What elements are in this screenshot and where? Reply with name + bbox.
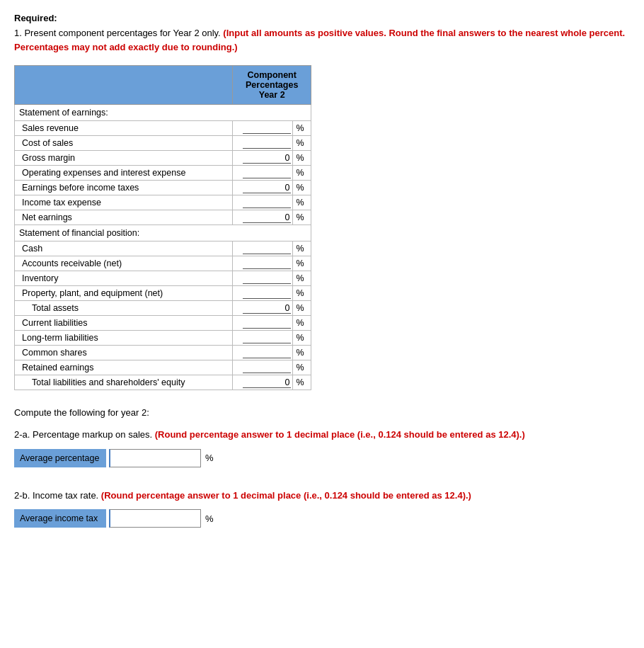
row-input-cell-long-term-liabilities[interactable] xyxy=(233,331,293,346)
row-input-cost-of-sales[interactable] xyxy=(243,138,291,149)
row-label-common-shares: Common shares xyxy=(15,346,233,360)
row-input-cell-accounts-receivable[interactable] xyxy=(233,256,293,271)
instruction-line1: 1. Present component percentages for Yea… xyxy=(14,28,221,38)
row-label-sales-revenue: Sales revenue xyxy=(15,121,233,136)
table-header-component: ComponentPercentagesYear 2 xyxy=(233,66,311,105)
row-pct-long-term-liabilities: % xyxy=(293,331,311,346)
table-row-section-earnings: Statement of earnings: xyxy=(15,105,311,121)
row-label-long-term-liabilities: Long-term liabilities xyxy=(15,331,233,346)
required-label: Required: xyxy=(14,13,630,23)
table-row-income-tax-expense[interactable]: Income tax expense% xyxy=(15,195,311,210)
answer-input-2a[interactable] xyxy=(109,449,201,467)
row-input-cell-inventory[interactable] xyxy=(233,271,293,286)
row-input-long-term-liabilities[interactable] xyxy=(243,333,291,343)
row-pct-total-liabilities-equity: % xyxy=(293,375,311,390)
component-table: ComponentPercentagesYear 2 Statement of … xyxy=(14,65,311,390)
row-input-cell-total-liabilities-equity[interactable] xyxy=(233,375,293,390)
answer-pct-2a: % xyxy=(205,453,214,463)
row-input-operating-expenses[interactable] xyxy=(243,168,291,178)
question-emphasis-2a: (Round percentage answer to 1 decimal pl… xyxy=(155,429,525,440)
table-row-total-assets[interactable]: Total assets% xyxy=(15,301,311,316)
question-block-2a: 2-a. Percentage markup on sales. (Round … xyxy=(14,428,630,467)
row-pct-ppe: % xyxy=(293,286,311,301)
row-label-net-earnings: Net earnings xyxy=(15,210,233,225)
row-input-cell-net-earnings[interactable] xyxy=(233,210,293,225)
question-text-2b: 2-b. Income tax rate. xyxy=(14,490,98,501)
row-pct-cost-of-sales: % xyxy=(293,136,311,151)
row-label-cost-of-sales: Cost of sales xyxy=(15,136,233,151)
table-row-current-liabilities[interactable]: Current liabilities% xyxy=(15,316,311,331)
instruction-text: 1. Present component percentages for Yea… xyxy=(14,26,630,54)
row-input-cell-common-shares[interactable] xyxy=(233,346,293,360)
row-pct-earnings-before-taxes: % xyxy=(293,181,311,195)
table-row-total-liabilities-equity[interactable]: Total liabilities and shareholders' equi… xyxy=(15,375,311,390)
table-row-earnings-before-taxes[interactable]: Earnings before income taxes% xyxy=(15,181,311,195)
table-row-net-earnings[interactable]: Net earnings% xyxy=(15,210,311,225)
row-input-cell-cash[interactable] xyxy=(233,241,293,256)
row-label-gross-margin: Gross margin xyxy=(15,151,233,166)
table-row-ppe[interactable]: Property, plant, and equipment (net)% xyxy=(15,286,311,301)
row-input-net-earnings[interactable] xyxy=(243,212,291,223)
table-row-common-shares[interactable]: Common shares% xyxy=(15,346,311,360)
row-input-cell-cost-of-sales[interactable] xyxy=(233,136,293,151)
section-label-section-financial: Statement of financial position: xyxy=(15,225,311,241)
row-input-cell-total-assets[interactable] xyxy=(233,301,293,316)
row-label-retained-earnings: Retained earnings xyxy=(15,360,233,375)
compute-section: Compute the following for year 2: xyxy=(14,407,630,418)
table-row-cost-of-sales[interactable]: Cost of sales% xyxy=(15,136,311,151)
question-emphasis-2b: (Round percentage answer to 1 decimal pl… xyxy=(101,490,471,501)
row-input-cell-operating-expenses[interactable] xyxy=(233,166,293,181)
answer-row-2b: Average income tax% xyxy=(14,509,630,528)
row-label-current-liabilities: Current liabilities xyxy=(15,316,233,331)
row-input-sales-revenue[interactable] xyxy=(243,123,291,134)
table-row-cash[interactable]: Cash% xyxy=(15,241,311,256)
row-input-cell-current-liabilities[interactable] xyxy=(233,316,293,331)
answer-row-2a: Average percentage% xyxy=(14,449,630,467)
row-input-earnings-before-taxes[interactable] xyxy=(243,183,291,193)
row-label-cash: Cash xyxy=(15,241,233,256)
row-pct-net-earnings: % xyxy=(293,210,311,225)
table-row-inventory[interactable]: Inventory% xyxy=(15,271,311,286)
answer-label-2a: Average percentage xyxy=(14,449,106,467)
row-input-retained-earnings[interactable] xyxy=(243,363,291,373)
row-label-ppe: Property, plant, and equipment (net) xyxy=(15,286,233,301)
row-pct-operating-expenses: % xyxy=(293,166,311,181)
row-input-current-liabilities[interactable] xyxy=(243,318,291,329)
row-input-common-shares[interactable] xyxy=(243,348,291,358)
table-row-gross-margin[interactable]: Gross margin% xyxy=(15,151,311,166)
row-input-cell-gross-margin[interactable] xyxy=(233,151,293,166)
table-header-label xyxy=(15,66,233,105)
table-row-operating-expenses[interactable]: Operating expenses and interest expense% xyxy=(15,166,311,181)
row-pct-cash: % xyxy=(293,241,311,256)
row-pct-total-assets: % xyxy=(293,301,311,316)
row-input-total-liabilities-equity[interactable] xyxy=(243,377,291,388)
row-pct-retained-earnings: % xyxy=(293,360,311,375)
compute-title: Compute the following for year 2: xyxy=(14,407,630,418)
row-pct-inventory: % xyxy=(293,271,311,286)
row-input-cell-earnings-before-taxes[interactable] xyxy=(233,181,293,195)
row-input-cell-sales-revenue[interactable] xyxy=(233,121,293,136)
table-row-retained-earnings[interactable]: Retained earnings% xyxy=(15,360,311,375)
row-label-total-assets: Total assets xyxy=(15,301,233,316)
row-input-cash[interactable] xyxy=(243,244,291,254)
row-input-inventory[interactable] xyxy=(243,273,291,284)
answer-input-2b[interactable] xyxy=(109,509,201,528)
row-pct-accounts-receivable: % xyxy=(293,256,311,271)
row-input-ppe[interactable] xyxy=(243,288,291,299)
row-label-income-tax-expense: Income tax expense xyxy=(15,195,233,210)
section-label-section-earnings: Statement of earnings: xyxy=(15,105,311,121)
table-row-section-financial: Statement of financial position: xyxy=(15,225,311,241)
row-input-cell-income-tax-expense[interactable] xyxy=(233,195,293,210)
table-row-long-term-liabilities[interactable]: Long-term liabilities% xyxy=(15,331,311,346)
row-input-total-assets[interactable] xyxy=(243,303,291,314)
row-pct-gross-margin: % xyxy=(293,151,311,166)
row-input-cell-ppe[interactable] xyxy=(233,286,293,301)
row-input-gross-margin[interactable] xyxy=(243,153,291,164)
row-input-accounts-receivable[interactable] xyxy=(243,258,291,269)
table-row-accounts-receivable[interactable]: Accounts receivable (net)% xyxy=(15,256,311,271)
table-row-sales-revenue[interactable]: Sales revenue% xyxy=(15,121,311,136)
row-input-cell-retained-earnings[interactable] xyxy=(233,360,293,375)
row-input-income-tax-expense[interactable] xyxy=(243,198,291,208)
question-text-2a: 2-a. Percentage markup on sales. xyxy=(14,429,152,440)
row-pct-sales-revenue: % xyxy=(293,121,311,136)
